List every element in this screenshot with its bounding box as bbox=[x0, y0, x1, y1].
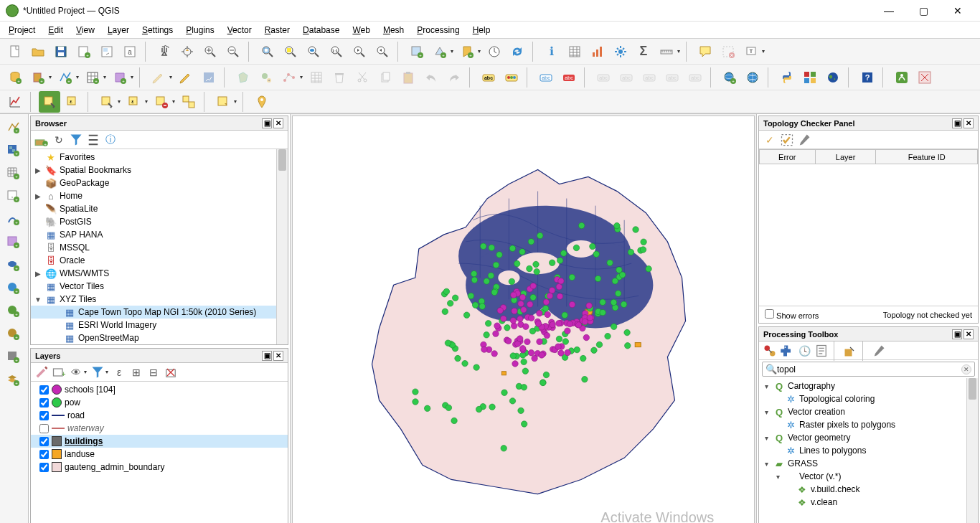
modify-attrs-icon[interactable] bbox=[306, 67, 327, 88]
metasearch-help-icon[interactable] bbox=[742, 67, 763, 88]
window-close-button[interactable]: ✕ bbox=[941, 0, 974, 22]
add-wfs-layer-icon[interactable]: + bbox=[1, 301, 26, 322]
new-bookmark-icon-dropdown[interactable]: ▾ bbox=[476, 48, 482, 55]
add-wcs-layer-icon[interactable]: + bbox=[1, 324, 26, 345]
toolbox-v-clean[interactable]: ❖v.clean bbox=[759, 496, 978, 509]
options-icon[interactable] bbox=[871, 343, 887, 359]
python-console-icon[interactable] bbox=[776, 67, 798, 88]
validate-all-icon[interactable]: ✓ bbox=[762, 132, 778, 148]
help-icon[interactable]: ? bbox=[857, 67, 878, 88]
select-all-icon[interactable] bbox=[178, 91, 199, 113]
browser-item-spatial-bookmarks[interactable]: ▶🔖Spatial Bookmarks bbox=[31, 164, 288, 176]
statistics-icon[interactable] bbox=[587, 41, 608, 62]
select-by-value-icon[interactable]: ε bbox=[123, 91, 145, 113]
zoom-native-icon[interactable]: 1:1 bbox=[326, 41, 347, 62]
field-calc-settings-icon[interactable] bbox=[610, 41, 631, 62]
layer-schools[interactable]: schools [104] bbox=[31, 383, 288, 396]
redo-icon[interactable] bbox=[443, 67, 465, 88]
menu-settings[interactable]: Settings bbox=[136, 24, 179, 37]
browser-item-postgis[interactable]: 🐘PostGIS bbox=[31, 215, 288, 228]
pan-icon[interactable] bbox=[154, 41, 175, 62]
browser-panel-title[interactable]: Browser ▣ ✕ bbox=[31, 116, 288, 131]
menu-raster[interactable]: Raster bbox=[259, 24, 296, 37]
label-tool-4-icon[interactable]: abc bbox=[661, 67, 683, 88]
no-action-icon[interactable] bbox=[717, 41, 739, 62]
style-manager-icon[interactable]: a bbox=[119, 41, 141, 62]
browser-item-wms-wmts[interactable]: ▶🌐WMS/WMTS bbox=[31, 267, 288, 280]
sigma-icon[interactable]: Σ bbox=[633, 41, 654, 62]
new-virtual-icon[interactable]: + bbox=[109, 67, 131, 88]
select-features-icon[interactable] bbox=[96, 91, 118, 113]
zoom-last-icon[interactable] bbox=[349, 41, 370, 62]
menu-edit[interactable]: Edit bbox=[42, 24, 69, 37]
menu-web[interactable]: Web bbox=[347, 24, 375, 37]
new-print-layout-icon[interactable]: + bbox=[73, 41, 95, 62]
label-pin-icon[interactable]: abc bbox=[558, 67, 580, 88]
data-source-manager-icon[interactable]: + bbox=[4, 67, 26, 88]
add-spatialite-layer-icon[interactable]: + bbox=[1, 209, 26, 230]
pin-label-icon[interactable] bbox=[251, 91, 273, 113]
window-minimize-button[interactable]: ― bbox=[872, 0, 905, 22]
layer-waterway[interactable]: waterway bbox=[31, 422, 288, 435]
text-annotation-icon[interactable]: T bbox=[740, 41, 762, 62]
filter-legend-icon[interactable] bbox=[90, 364, 105, 380]
select-by-value-icon-dropdown[interactable]: ▾ bbox=[143, 98, 149, 105]
delete-selected-icon[interactable] bbox=[329, 67, 350, 88]
layer-road[interactable]: road bbox=[31, 409, 288, 422]
layers-undock-button[interactable]: ▣ bbox=[262, 351, 272, 361]
new-spatialite-icon[interactable]: + bbox=[82, 67, 103, 88]
annotation-note-icon[interactable] bbox=[212, 91, 234, 113]
visibility-icon[interactable]: 👁 bbox=[68, 364, 84, 380]
new-project-icon[interactable] bbox=[4, 41, 26, 62]
new-shapefile-icon-dropdown[interactable]: ▾ bbox=[75, 74, 80, 80]
toolbox-grass[interactable]: ▾▰GRASS bbox=[759, 457, 978, 470]
toolbox-search-input[interactable] bbox=[777, 364, 961, 374]
menu-database[interactable]: Database bbox=[297, 24, 345, 37]
toolbox-tree[interactable]: ▾QCartography✲Topological coloring▾QVect… bbox=[759, 378, 978, 523]
browser-item-mssql[interactable]: 🗄MSSQL bbox=[31, 241, 288, 254]
menu-mesh[interactable]: Mesh bbox=[377, 24, 410, 37]
add-group-icon[interactable]: + bbox=[51, 364, 67, 380]
properties-icon[interactable]: ⓘ bbox=[103, 132, 118, 148]
toolbox-raster-pixels-to-polygons[interactable]: ✲Raster pixels to polygons bbox=[759, 418, 978, 431]
annotation-note-icon-dropdown[interactable]: ▾ bbox=[232, 98, 238, 105]
browser-item-vector-tiles[interactable]: ▦Vector Tiles bbox=[31, 280, 288, 293]
menu-view[interactable]: View bbox=[70, 24, 100, 37]
zoom-in-icon[interactable] bbox=[199, 41, 221, 62]
menu-plugins[interactable]: Plugins bbox=[180, 24, 220, 37]
browser-item-favorites[interactable]: ★Favorites bbox=[31, 151, 288, 164]
layer-buildings[interactable]: buildings bbox=[31, 435, 288, 448]
remove-layer-icon[interactable] bbox=[163, 364, 179, 380]
add-delimited-layer-icon[interactable]: ,+ bbox=[1, 186, 26, 207]
save-edits-icon[interactable] bbox=[198, 67, 220, 88]
deselect-all-icon[interactable] bbox=[151, 91, 172, 113]
attribute-table-icon[interactable] bbox=[564, 41, 585, 62]
paste-features-icon[interactable] bbox=[397, 67, 419, 88]
menu-processing[interactable]: Processing bbox=[411, 24, 465, 37]
menu-vector[interactable]: Vector bbox=[222, 24, 258, 37]
topology-col-layer[interactable]: Layer bbox=[815, 150, 876, 164]
label-tool-1-icon[interactable]: abc bbox=[593, 67, 614, 88]
add-vector-layer-icon[interactable]: + bbox=[1, 117, 26, 138]
josm-icon[interactable] bbox=[914, 67, 936, 88]
zoom-layer-icon[interactable] bbox=[303, 41, 324, 62]
layers-close-button[interactable]: ✕ bbox=[273, 351, 283, 361]
collapse-icon[interactable] bbox=[85, 132, 101, 148]
text-annotation-icon-dropdown[interactable]: ▾ bbox=[760, 48, 766, 55]
menu-help[interactable]: Help bbox=[467, 24, 496, 37]
toolbox-vector-v-[interactable]: ▾Vector (v.*) bbox=[759, 470, 978, 483]
label-tool-2-icon[interactable]: abc bbox=[616, 67, 637, 88]
toolbox-topological-coloring[interactable]: ✲Topological coloring bbox=[759, 392, 978, 405]
browser-xyz-openstreetmap[interactable]: ▦OpenStreetMap bbox=[31, 331, 288, 344]
deselect-all-icon-dropdown[interactable]: ▾ bbox=[171, 98, 176, 105]
select-by-expr-icon[interactable]: ε bbox=[62, 91, 83, 113]
topology-panel-title[interactable]: Topology Checker Panel ▣ ✕ bbox=[759, 116, 978, 131]
styling-icon[interactable] bbox=[34, 364, 50, 380]
new-map-view-icon[interactable]: + bbox=[406, 41, 428, 62]
pan-to-selection-icon[interactable] bbox=[176, 41, 198, 62]
layers-panel-title[interactable]: Layers ▣ ✕ bbox=[31, 349, 288, 363]
menu-layer[interactable]: Layer bbox=[102, 24, 135, 37]
browser-xyz-cape-town-topo-map-ngi-1-50k-2010-series-[interactable]: ▦Cape Town Topo Map NGI 1:50k (2010 Seri… bbox=[31, 306, 288, 319]
toolbox-panel-title[interactable]: Processing Toolbox ▣ ✕ bbox=[759, 327, 978, 341]
topology-undock-button[interactable]: ▣ bbox=[952, 118, 962, 128]
